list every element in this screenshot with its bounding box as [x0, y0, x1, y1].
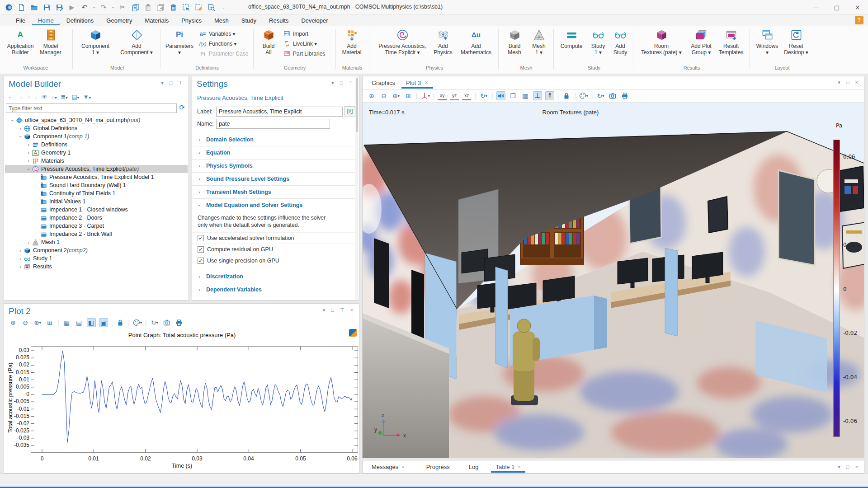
zoom-box-button[interactable]: ⊕▾ [392, 91, 401, 100]
qat-overflow-caret[interactable]: ⌄ [219, 2, 229, 12]
import-button[interactable]: Import [283, 29, 308, 38]
close-tab-icon[interactable]: × [518, 464, 520, 469]
undo-button[interactable]: ↶ [80, 2, 90, 12]
section-physics-symbols[interactable]: ›Physics Symbols [192, 159, 355, 172]
tree-item-component-2[interactable]: ›Component 2 (comp2) [5, 246, 188, 254]
compute-button[interactable]: Compute [557, 28, 586, 49]
zoom-out-button[interactable]: ⊖ [379, 91, 388, 100]
tree-item-pate-model-1[interactable]: Pressure Acoustics, Time Explicit Model … [5, 173, 188, 181]
section-discretization[interactable]: ›Discretization [192, 270, 355, 283]
zoom-out-button[interactable]: ⊖ [21, 318, 30, 327]
tree-item-results[interactable]: ›Results [5, 263, 188, 271]
part-libraries-button[interactable]: Part Libraries [283, 49, 325, 58]
tree-item-root[interactable]: ›office_space_63_30T0_N4_ma_out.mph (roo… [5, 116, 188, 124]
plot2-chart[interactable] [31, 346, 358, 453]
colorbar-toggle-button[interactable] [545, 91, 554, 100]
deselect-box-button[interactable] [193, 2, 203, 12]
go-to-view-button[interactable]: ▾ [421, 91, 430, 100]
tree-filter-input[interactable] [6, 103, 177, 113]
graphics-view[interactable]: z y x Time=0.017 s Room Textures (pate) … [363, 103, 864, 458]
refresh-icon[interactable]: ⟳ [179, 103, 185, 112]
pressure-acoustics-button[interactable]: Pressure Acoustics, Time Explicit ▾ [373, 28, 431, 56]
tree-item-definitions[interactable]: ›Definitions [5, 141, 188, 149]
tree-item-impedance-2-doors[interactable]: Impedance 2 - Doors [5, 214, 188, 222]
snapshot-button[interactable] [162, 318, 171, 327]
checkbox-residual-gpu[interactable]: ✓Compute residual on GPU [192, 244, 355, 255]
add-study-button[interactable]: Add Study [610, 28, 630, 56]
checkbox-single-precision-gpu[interactable]: ✓Use single precision on GPU [192, 255, 355, 266]
redo-button[interactable]: ↷ [99, 2, 108, 12]
open-button[interactable] [29, 2, 39, 12]
move-up-button[interactable]: ↑ [28, 94, 31, 100]
parameters-button[interactable]: PiParameters ▾ [164, 28, 195, 56]
save-as-button[interactable] [54, 2, 64, 12]
tree-item-global-definitions[interactable]: ›Global Definitions [5, 124, 188, 132]
zoom-extents-button[interactable]: ⊞ [45, 318, 54, 327]
application-builder-button[interactable]: AApplication Builder [5, 28, 35, 56]
show-icon[interactable]: 👁︎ [42, 94, 47, 100]
zoom-extents-button[interactable]: ⊞ [404, 91, 413, 100]
tab-graphics[interactable]: Graphics [367, 77, 400, 89]
tab-log[interactable]: Log [464, 461, 483, 473]
room-textures-button[interactable]: Room Textures (pate) ▾ [637, 28, 686, 56]
tab-plot3[interactable]: Plot 3✕ [401, 77, 433, 89]
view-xz-button[interactable]: xz [462, 91, 471, 100]
save-button[interactable] [42, 2, 52, 12]
menu-materials[interactable]: Materials [139, 16, 175, 25]
functions-button[interactable]: f(x)Functions ▾ [199, 39, 236, 48]
view-yz-button[interactable]: yz [450, 91, 459, 100]
help-button[interactable]: ? [855, 16, 863, 24]
label-input[interactable] [216, 107, 343, 117]
tree-item-impedance-3-carpet[interactable]: Impedance 3 - Carpet [5, 222, 188, 230]
add-plot-group-button[interactable]: Add Plot Group ▾ [687, 28, 715, 56]
reset-desktop-button[interactable]: Reset Desktop ▾ [782, 28, 810, 56]
tree-item-study-1[interactable]: ›Study 1 [5, 254, 188, 263]
add-component-button[interactable]: Add Component ▾ [116, 28, 157, 56]
print-button[interactable] [175, 318, 184, 327]
build-all-button[interactable]: Build All [257, 28, 280, 56]
result-templates-button[interactable]: Result Templates [716, 28, 746, 56]
study-1-button[interactable]: Study 1 ▾ [587, 28, 609, 56]
build-mesh-button[interactable]: Build Mesh [502, 28, 527, 56]
section-transient-mesh[interactable]: ›Transient Mesh Settings [192, 185, 355, 198]
tree-item-sound-hard-boundary[interactable]: Sound Hard Boundary (Wall) 1 [5, 181, 188, 189]
back-button[interactable]: ← [8, 94, 14, 100]
model-builder-window-icons[interactable]: ▾ □ ⊤ [161, 80, 185, 86]
label-edit-button[interactable] [344, 106, 355, 117]
tree-item-mesh-1[interactable]: ›Mesh 1 [5, 238, 188, 246]
component-1-button[interactable]: Component 1 ▾ [77, 28, 114, 56]
zoom-in-button[interactable]: ⊕ [9, 318, 18, 327]
color-palette-button[interactable]: ▾ [579, 91, 588, 100]
menu-physics[interactable]: Physics [175, 16, 208, 25]
color-palette-button[interactable]: ▾ [133, 318, 142, 327]
bottom-panel-window-icons[interactable]: ▾ □ × [838, 464, 860, 470]
tree-item-impedance-1[interactable]: Impedance 1 - Closed windows [5, 206, 188, 214]
grid-button[interactable]: ▦ [521, 91, 530, 100]
tab-progress[interactable]: Progress [422, 461, 454, 473]
variables-button[interactable]: a=Variables ▾ [199, 29, 236, 38]
livelink-button[interactable]: LiveLink ▾ [283, 39, 317, 48]
transparency-button[interactable]: ❐ [509, 91, 518, 100]
settings-window-icons[interactable]: ▾ □ ⊤ [331, 80, 355, 86]
tree-item-materials[interactable]: ›Materials [5, 157, 188, 165]
tab-messages[interactable]: Messages× [367, 461, 409, 473]
plot-source-button[interactable] [349, 329, 357, 337]
menu-developer[interactable]: Developer [295, 16, 334, 25]
copy-button[interactable] [130, 2, 140, 12]
expand-tree-button[interactable]: ≡▾ [52, 94, 57, 100]
add-mathematics-button[interactable]: ΔuAdd Mathematics [457, 28, 495, 56]
zoom-box-button[interactable]: ⊕▾ [33, 318, 42, 327]
sound-toggle-button[interactable] [496, 91, 505, 100]
section-dependent-variables[interactable]: ›Dependent Variables [192, 283, 355, 296]
section-model-equation[interactable]: ›Model Equation and Solver Settings [192, 198, 355, 211]
cut-button[interactable]: ✂ [118, 2, 127, 12]
forward-button[interactable]: → [18, 94, 24, 100]
tree-item-initial-values[interactable]: Initial Values 1 [5, 197, 188, 206]
menu-home[interactable]: Home [32, 16, 60, 25]
close-tab-icon[interactable]: ✕ [424, 80, 428, 86]
menu-mesh[interactable]: Mesh [208, 16, 235, 25]
rotate-view-button[interactable]: ↻▾ [479, 91, 488, 100]
filter-button[interactable]: ▼▾ [83, 94, 91, 100]
checkbox-accelerated-solver[interactable]: ✓Use accelerated solver formulation [192, 232, 355, 244]
plot2-window-icons[interactable]: ▾ □ ⊤ × [323, 307, 355, 313]
